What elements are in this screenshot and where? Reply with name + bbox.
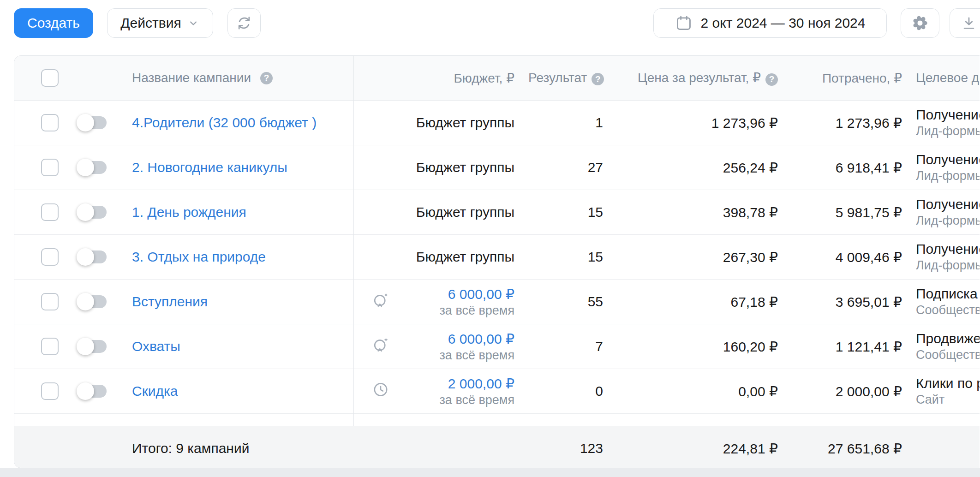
table-row: 1. День рождения Бюджет группы 15 398,78… xyxy=(14,190,980,235)
target-cell: Клики по р Сайт xyxy=(916,376,980,407)
campaign-name-link[interactable]: 4.Родители (32 000 бюджет ) xyxy=(132,115,317,131)
chevron-down-icon xyxy=(187,17,200,30)
result-cell: 0 xyxy=(528,383,617,399)
refresh-button[interactable] xyxy=(227,8,261,38)
campaign-name-link[interactable]: 2. Новогодние каникулы xyxy=(132,160,287,175)
target-action: Получение xyxy=(916,197,980,212)
row-checkbox[interactable] xyxy=(41,114,59,131)
total-cost-per-result: 224,81 ₽ xyxy=(617,441,792,457)
row-checkbox[interactable] xyxy=(41,248,59,266)
result-cell: 15 xyxy=(528,204,617,220)
select-all-checkbox[interactable] xyxy=(41,69,59,87)
date-range-label: 2 окт 2024 — 30 ноя 2024 xyxy=(701,15,866,31)
gear-icon xyxy=(911,14,929,32)
actions-button-label: Действия xyxy=(120,15,181,31)
target-cell: Получение Лид-формы xyxy=(916,107,980,138)
actions-button[interactable]: Действия xyxy=(107,8,213,38)
target-cell: Получение Лид-формы xyxy=(916,197,980,228)
target-action: Клики по р xyxy=(916,376,980,391)
target-action: Получение xyxy=(916,241,980,257)
column-header-spent: Потрачено, ₽ xyxy=(792,71,916,86)
result-cell: 1 xyxy=(528,115,617,131)
campaign-name-link[interactable]: Вступления xyxy=(132,294,208,310)
cost-per-result-help-icon[interactable]: ? xyxy=(765,73,778,86)
budget-type-text: Бюджет группы xyxy=(353,249,514,265)
download-button[interactable] xyxy=(950,8,980,38)
target-object: Лид-формы xyxy=(916,258,980,273)
lightbulb-plus-icon xyxy=(371,291,390,313)
target-cell: Подписка Сообществ xyxy=(916,286,980,317)
cost-per-result-cell: 1 273,96 ₽ xyxy=(617,115,792,131)
cost-per-result-cell: 398,78 ₽ xyxy=(617,204,792,221)
campaign-name-link[interactable]: Охваты xyxy=(132,339,180,354)
campaign-toggle[interactable] xyxy=(78,203,107,221)
spent-cell: 5 981,75 ₽ xyxy=(792,204,916,221)
target-action: Продвиже xyxy=(916,331,980,346)
create-button[interactable]: Создать xyxy=(14,8,93,38)
row-checkbox[interactable] xyxy=(41,203,59,221)
column-header-budget: Бюджет, ₽ xyxy=(353,71,528,86)
table-row: Скидка 2 000,00 ₽ за всё время 0 0,00 ₽ … xyxy=(14,369,980,414)
total-spent: 27 651,68 ₽ xyxy=(792,441,916,457)
settings-button[interactable] xyxy=(901,8,939,38)
row-checkbox[interactable] xyxy=(41,338,59,355)
budget-type-text: Бюджет группы xyxy=(353,160,514,175)
row-checkbox[interactable] xyxy=(41,159,59,176)
campaign-name-link[interactable]: 3. Отдых на природе xyxy=(132,249,266,265)
column-header-target: Целевое де xyxy=(916,70,980,86)
table-row: 3. Отдых на природе Бюджет группы 15 267… xyxy=(14,235,980,280)
target-object: Сайт xyxy=(916,392,980,407)
row-checkbox[interactable] xyxy=(41,382,59,400)
totals-label: Итого: 9 кампаний xyxy=(14,426,353,468)
date-range-button[interactable]: 2 окт 2024 — 30 ноя 2024 xyxy=(653,8,887,38)
campaign-toggle[interactable] xyxy=(78,159,107,176)
cost-per-result-cell: 267,30 ₽ xyxy=(617,249,792,265)
result-help-icon[interactable]: ? xyxy=(592,73,604,85)
cost-per-result-cell: 67,18 ₽ xyxy=(617,294,792,310)
target-action: Получение xyxy=(916,152,980,167)
target-object: Лид-формы xyxy=(916,213,980,228)
table-header-row: Название кампании ? Бюджет, ₽ Результат?… xyxy=(14,56,980,101)
campaign-toggle[interactable] xyxy=(78,382,107,400)
table-footer-row: Итого: 9 кампаний 123 224,81 ₽ 27 651,68… xyxy=(14,426,980,468)
clock-icon xyxy=(371,380,390,403)
spent-cell: 2 000,00 ₽ xyxy=(792,383,916,399)
table-row: Вступления 6 000,00 ₽ за всё время 55 67… xyxy=(14,280,980,324)
target-object: Лид-формы xyxy=(916,168,980,183)
row-checkbox[interactable] xyxy=(41,293,59,310)
spent-cell: 1 273,96 ₽ xyxy=(792,115,916,131)
column-header-cost-per-result: Цена за результат, ₽? xyxy=(617,70,792,86)
target-cell: Получение Лид-формы xyxy=(916,241,980,273)
column-header-name: Название кампании xyxy=(132,71,251,85)
create-button-label: Создать xyxy=(27,15,80,31)
target-object: Сообществ xyxy=(916,303,980,317)
campaign-toggle[interactable] xyxy=(78,293,107,310)
target-cell: Продвиже Сообществ xyxy=(916,331,980,362)
table-body: 4.Родители (32 000 бюджет ) Бюджет групп… xyxy=(14,101,980,459)
spent-cell: 1 121,41 ₽ xyxy=(792,339,916,355)
table-row: Охваты 6 000,00 ₽ за всё время 7 160,20 … xyxy=(14,324,980,369)
spent-cell: 4 009,46 ₽ xyxy=(792,249,916,265)
campaigns-table: Название кампании ? Бюджет, ₽ Результат?… xyxy=(14,55,980,468)
name-help-icon[interactable]: ? xyxy=(260,72,273,84)
campaigns-page: Создать Действия 2 окт 2024 — 30 ноя 202… xyxy=(0,0,980,477)
calendar-icon xyxy=(675,14,693,32)
target-object: Лид-формы xyxy=(916,124,980,138)
result-cell: 27 xyxy=(528,160,617,175)
campaign-toggle[interactable] xyxy=(78,248,107,266)
target-action: Подписка xyxy=(916,286,980,302)
campaign-name-link[interactable]: 1. День рождения xyxy=(132,204,246,220)
campaign-toggle[interactable] xyxy=(78,114,107,131)
campaign-toggle[interactable] xyxy=(78,338,107,355)
refresh-icon xyxy=(236,15,252,31)
campaign-name-link[interactable]: Скидка xyxy=(132,383,178,399)
table-row: 4.Родители (32 000 бюджет ) Бюджет групп… xyxy=(14,101,980,145)
table-row: 2. Новогодние каникулы Бюджет группы 27 … xyxy=(14,145,980,190)
cost-per-result-cell: 160,20 ₽ xyxy=(617,339,792,355)
budget-type-text: Бюджет группы xyxy=(353,115,514,131)
spent-cell: 3 695,01 ₽ xyxy=(792,294,916,310)
target-object: Сообществ xyxy=(916,347,980,362)
page-bottom-strip xyxy=(0,468,980,477)
target-action: Получение xyxy=(916,107,980,123)
spent-cell: 6 918,41 ₽ xyxy=(792,160,916,176)
